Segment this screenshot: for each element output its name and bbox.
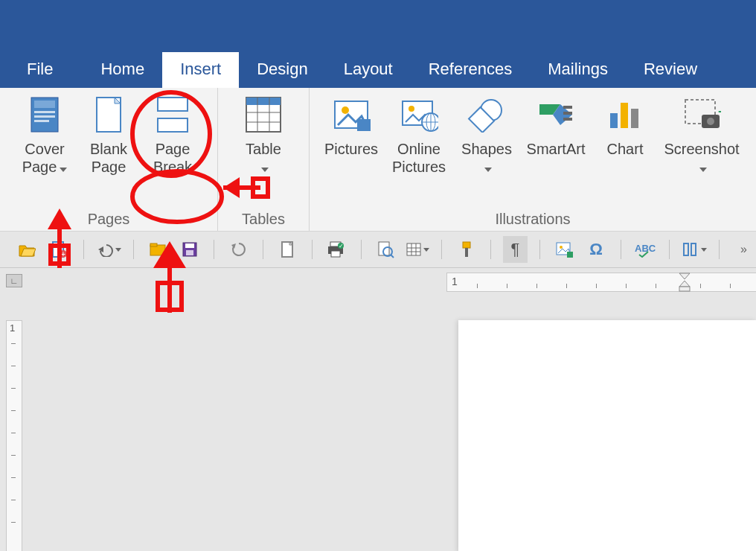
shapes-button[interactable]: Shapes (455, 92, 519, 176)
group-tables-label: Tables (242, 211, 285, 228)
tab-layout[interactable]: Layout (326, 52, 411, 88)
blank-file-button[interactable] (275, 236, 300, 263)
separator (441, 240, 442, 259)
horizontal-ruler[interactable]: 1 (446, 273, 756, 292)
table-button[interactable]: Table (228, 92, 299, 176)
smartart-button[interactable]: SmartArt (519, 92, 593, 158)
ruler-number: 1 (10, 322, 15, 334)
svg-point-16 (342, 106, 349, 114)
screenshot-button[interactable]: + Screenshot (657, 92, 746, 176)
cover-page-icon (25, 95, 64, 134)
spellcheck-button[interactable]: ABC (632, 236, 657, 263)
blank-page-button[interactable]: BlankPage (77, 92, 141, 176)
svg-rect-46 (186, 250, 193, 255)
dropdown-icon (261, 168, 269, 172)
dropdown-icon (699, 168, 707, 172)
svg-rect-58 (407, 243, 420, 255)
chart-label: Chart (607, 140, 644, 158)
tab-file[interactable]: File (0, 52, 71, 88)
indent-marker[interactable] (678, 270, 691, 293)
format-painter-button[interactable] (454, 236, 478, 263)
chart-icon (606, 95, 644, 134)
svg-line-57 (391, 255, 394, 258)
undo-button[interactable] (96, 236, 121, 263)
dropdown-icon (115, 248, 121, 252)
grid-button[interactable] (405, 236, 429, 263)
svg-rect-30 (563, 118, 572, 121)
page-break-label: PageBreak (153, 140, 192, 176)
dropdown-icon (484, 168, 492, 172)
svg-rect-28 (563, 106, 572, 109)
separator (669, 240, 670, 259)
svg-rect-2 (34, 111, 55, 113)
columns-button[interactable] (682, 236, 707, 263)
document-page[interactable] (458, 320, 756, 551)
tab-mailings[interactable]: Mailings (530, 52, 626, 88)
dropdown-icon (423, 248, 429, 252)
svg-rect-69 (684, 243, 688, 255)
tab-design[interactable]: Design (239, 52, 325, 88)
chart-button[interactable]: Chart (593, 92, 657, 158)
svg-rect-70 (691, 243, 696, 255)
svg-rect-17 (357, 119, 371, 131)
preview-button[interactable] (374, 236, 398, 263)
save-button[interactable] (177, 236, 202, 263)
tab-references[interactable]: References (411, 52, 531, 88)
tab-review[interactable]: Review (626, 52, 715, 88)
svg-rect-67 (567, 252, 573, 258)
folder-button[interactable] (146, 236, 170, 263)
more-button[interactable]: » (731, 236, 756, 263)
svg-rect-33 (631, 109, 638, 128)
screenshot-icon: + (682, 95, 721, 134)
tab-home[interactable]: Home (71, 52, 162, 88)
separator (83, 240, 84, 259)
svg-text:+: + (718, 104, 721, 119)
smartart-label: SmartArt (527, 140, 586, 158)
svg-point-36 (707, 118, 714, 125)
separator (539, 240, 540, 259)
separator (312, 240, 313, 259)
svg-rect-31 (610, 113, 618, 128)
group-tables: Table Tables (218, 88, 310, 231)
title-bar (0, 0, 756, 52)
group-pages-label: Pages (88, 211, 130, 228)
screenshot-label: Screenshot (664, 141, 739, 157)
symbol-button[interactable]: Ω (584, 236, 609, 263)
page-break-button[interactable]: PageBreak (141, 92, 205, 176)
separator (214, 240, 214, 259)
shapes-icon (467, 95, 506, 134)
ribbon-tabs: File Home Insert Design Layout Reference… (0, 52, 756, 88)
pictures-label: Pictures (324, 140, 378, 158)
svg-marker-72 (679, 281, 690, 287)
svg-point-19 (409, 106, 414, 112)
separator (263, 240, 263, 259)
refresh-button[interactable] (226, 236, 251, 263)
blank-page-label: BlankPage (90, 140, 127, 176)
svg-rect-32 (621, 103, 628, 128)
vertical-ruler[interactable]: 1 (6, 320, 22, 551)
tab-insert[interactable]: Insert (162, 52, 239, 88)
cover-page-button[interactable]: CoverPage (13, 92, 77, 176)
separator (361, 240, 362, 259)
insert-picture-button[interactable] (552, 236, 577, 263)
quick-access-toolbar: + ✓ ¶ Ω ABC » (0, 232, 756, 268)
smartart-icon (536, 95, 575, 134)
pictures-icon (332, 95, 371, 134)
pilcrow-button[interactable]: ¶ (503, 236, 528, 263)
open-button[interactable] (15, 236, 39, 263)
svg-point-66 (560, 246, 563, 249)
svg-rect-8 (158, 118, 188, 132)
ruler-number: 1 (452, 276, 458, 287)
svg-rect-63 (463, 242, 470, 248)
svg-text:+: + (61, 250, 65, 258)
svg-rect-3 (34, 115, 55, 118)
svg-rect-64 (465, 248, 468, 257)
pictures-button[interactable]: Pictures (319, 92, 383, 158)
omega-icon: Ω (589, 240, 603, 259)
svg-text:✓: ✓ (339, 243, 344, 249)
new-doc-button[interactable]: + (47, 236, 71, 263)
svg-rect-10 (246, 98, 281, 105)
print-button[interactable]: ✓ (324, 236, 349, 263)
group-pages: CoverPage BlankPage PageBreak Pages (0, 88, 218, 231)
online-pictures-button[interactable]: OnlinePictures (383, 92, 455, 176)
